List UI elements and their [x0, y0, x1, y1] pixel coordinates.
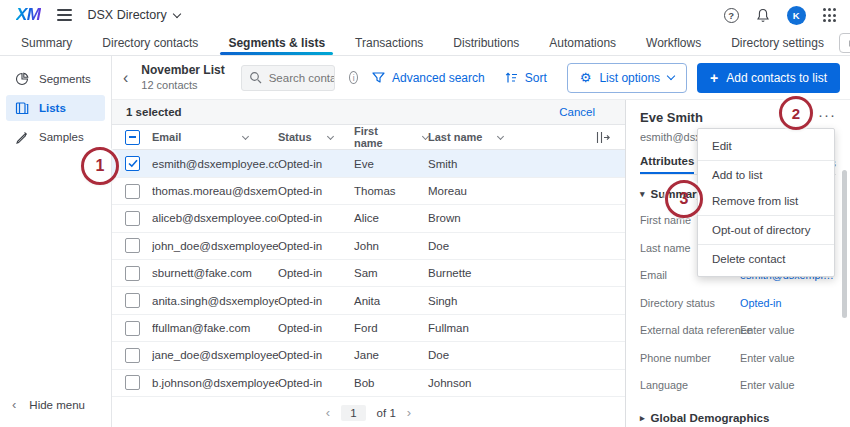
table-row[interactable]: thomas.moreau@dsxempl...Opted-inThomasMo…	[112, 178, 625, 205]
table-row[interactable]: jane_doe@dsxemployee....Opted-inJaneDoe	[112, 342, 625, 369]
contact-name: Eve Smith	[640, 110, 703, 125]
table-row[interactable]: sburnett@fake.comOpted-inSamBurnette	[112, 260, 625, 287]
current-page[interactable]: 1	[341, 405, 365, 421]
table-row[interactable]: ffullman@fake.comOpted-inFordFullman	[112, 315, 625, 342]
plus-icon: +	[710, 71, 718, 85]
top-bar: XM DSX Directory ? K	[0, 0, 850, 30]
next-page-icon[interactable]: ›	[407, 405, 411, 420]
menu-divider	[698, 215, 834, 216]
cell-status: Opted-in	[278, 377, 354, 389]
row-checkbox[interactable]	[125, 184, 140, 199]
row-checkbox[interactable]	[125, 293, 140, 308]
table-row[interactable]: b.johnson@dsxemployee....Opted-inBobJohn…	[112, 370, 625, 397]
sidebar-item-segments[interactable]: Segments	[6, 66, 105, 92]
back-button[interactable]: ‹	[120, 69, 131, 87]
sidebar-item-samples[interactable]: Samples	[6, 124, 105, 150]
cell-last-name: Doe	[428, 240, 625, 252]
attribute-value-directory-status[interactable]: Opted-in	[740, 297, 781, 309]
attribute-label: Phone number	[640, 352, 740, 364]
menu-item-edit[interactable]: Edit	[698, 133, 834, 159]
cell-last-name: Johnson	[428, 377, 625, 389]
tab-attributes[interactable]: Attributes	[640, 155, 694, 174]
sort-icon	[505, 72, 518, 84]
tab-directory-settings[interactable]: Directory settings	[716, 30, 839, 55]
column-settings-icon[interactable]	[585, 131, 625, 144]
cancel-selection-button[interactable]: Cancel	[559, 106, 595, 118]
column-header-status[interactable]: Status	[278, 131, 312, 143]
global-demographics-section-toggle[interactable]: ▸ Global Demographics	[640, 412, 836, 424]
attribute-label: Language	[640, 379, 740, 391]
caret-right-icon: ▸	[640, 413, 645, 423]
table-row[interactable]: esmith@dsxemployee.comOpted-inEveSmith	[112, 150, 625, 177]
chevron-down-icon[interactable]	[497, 133, 504, 140]
product-switcher[interactable]: DSX Directory	[88, 8, 180, 22]
info-icon[interactable]: i	[349, 71, 358, 84]
sidebar-item-label: Samples	[39, 131, 84, 143]
hide-menu-button[interactable]: ‹ Hide menu	[6, 392, 105, 417]
list-options-button[interactable]: ⚙ List options	[567, 63, 687, 93]
sort-button[interactable]: Sort	[505, 71, 547, 85]
table-row[interactable]: aliceb@dsxemployee.comOpted-inAliceBrown	[112, 205, 625, 232]
row-checkbox[interactable]	[125, 156, 140, 171]
table-row[interactable]: anita.singh@dsxemployee...Opted-inAnitaS…	[112, 287, 625, 314]
annotation-badge-1: 1	[81, 147, 119, 185]
chevron-down-icon[interactable]	[327, 133, 334, 140]
advanced-search-button[interactable]: Advanced search	[372, 71, 485, 85]
notifications-bell-icon[interactable]	[756, 8, 770, 23]
cell-last-name: Doe	[428, 349, 625, 361]
row-checkbox[interactable]	[125, 266, 140, 281]
tab-directory-contacts[interactable]: Directory contacts	[87, 30, 213, 55]
tab-automations[interactable]: Automations	[534, 30, 631, 55]
menu-item-remove-from-list[interactable]: Remove from list	[698, 188, 834, 214]
row-checkbox[interactable]	[125, 238, 140, 253]
tab-transactions[interactable]: Transactions	[340, 30, 438, 55]
add-contacts-button[interactable]: + Add contacts to list	[697, 63, 840, 93]
complete-button[interactable]: Complete	[839, 33, 850, 53]
column-header-last-name[interactable]: Last name	[428, 131, 482, 143]
tab-segments-lists[interactable]: Segments & lists	[213, 30, 340, 55]
list-toolbar: ‹ November List 12 contacts i Advanced s…	[112, 56, 850, 100]
row-checkbox[interactable]	[125, 348, 140, 363]
kebab-menu-icon[interactable]: ···	[818, 110, 836, 120]
row-checkbox[interactable]	[125, 375, 140, 390]
pie-chart-icon	[15, 72, 29, 86]
panel-scrollbar[interactable]	[842, 170, 847, 318]
column-header-first-name[interactable]: First name	[354, 125, 407, 149]
cell-first-name: John	[354, 240, 428, 252]
cell-status: Opted-in	[278, 295, 354, 307]
tab-summary[interactable]: Summary	[6, 30, 87, 55]
cell-first-name: Jane	[354, 349, 428, 361]
row-checkbox[interactable]	[125, 321, 140, 336]
select-all-checkbox[interactable]	[125, 130, 140, 145]
attribute-value-external-data-reference[interactable]: Enter value	[740, 324, 795, 336]
app-grid-icon[interactable]	[823, 8, 836, 21]
cell-first-name: Sam	[354, 267, 428, 279]
cell-last-name: Moreau	[428, 185, 625, 197]
tab-distributions[interactable]: Distributions	[438, 30, 534, 55]
attribute-value-phone-number[interactable]: Enter value	[740, 352, 795, 364]
column-header-email[interactable]: Email	[152, 131, 181, 143]
table-header-row: Email Status First name Last name	[112, 125, 625, 150]
search-icon	[249, 71, 262, 84]
menu-item-add-to-list[interactable]: Add to list	[698, 162, 834, 188]
attribute-value-language[interactable]: Enter value	[740, 379, 795, 391]
filter-funnel-icon	[372, 72, 385, 84]
menu-divider	[698, 244, 834, 245]
selection-count: 1 selected	[126, 106, 182, 118]
directory-nav-tabs: SummaryDirectory contactsSegments & list…	[0, 30, 850, 56]
row-checkbox[interactable]	[125, 211, 140, 226]
cell-first-name: Ford	[354, 322, 428, 334]
prev-page-icon[interactable]: ‹	[326, 405, 330, 420]
help-icon[interactable]: ?	[724, 8, 739, 23]
sidebar-item-label: Lists	[39, 102, 66, 114]
table-row[interactable]: john_doe@dsxemployee....Opted-inJohnDoe	[112, 233, 625, 260]
tab-workflows[interactable]: Workflows	[631, 30, 716, 55]
menu-item-opt-out-of-directory[interactable]: Opt-out of directory	[698, 217, 834, 243]
sidebar-item-lists[interactable]: Lists	[6, 95, 105, 121]
attribute-label: Directory status	[640, 297, 740, 309]
menu-item-delete-contact[interactable]: Delete contact	[698, 246, 834, 272]
user-avatar[interactable]: K	[787, 6, 806, 25]
hamburger-menu-icon[interactable]	[57, 9, 72, 20]
chevron-down-icon[interactable]	[242, 133, 249, 140]
attribute-label: External data reference	[640, 324, 740, 336]
